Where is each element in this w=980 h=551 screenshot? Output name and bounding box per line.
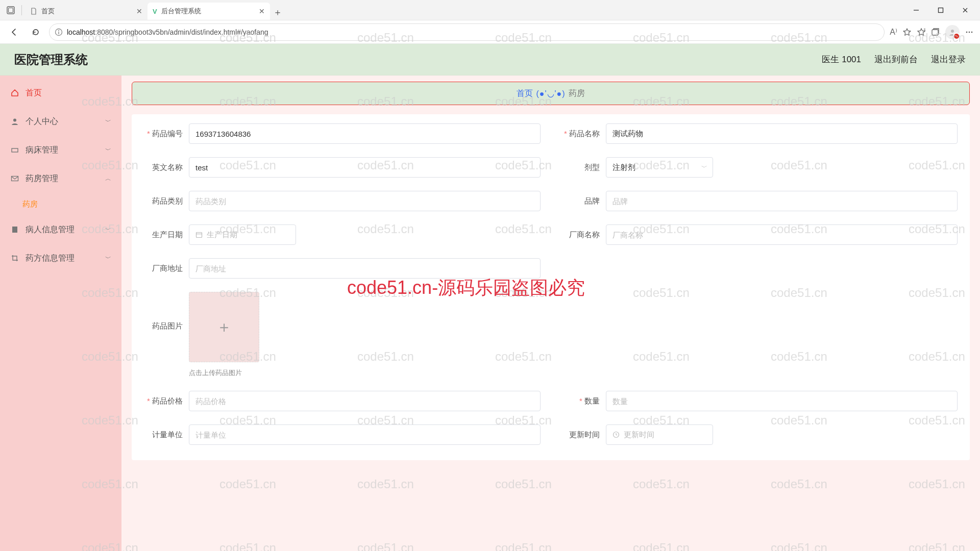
label-qty: 数量 [561,396,600,406]
profile-avatar[interactable] [945,25,960,39]
input-en-name[interactable] [189,157,541,178]
browser-addressbar: localhost:8080/springboot3v5bn/admin/dis… [0,20,980,44]
breadcrumb-home[interactable]: 首页 [517,88,533,99]
tab-home[interactable]: 首页 ✕ [25,3,148,20]
chevron-down-icon: ﹀ [105,146,111,155]
input-drug-name[interactable] [606,123,958,144]
breadcrumb: 首页 (●'◡'●) 药房 [132,82,970,105]
window-minimize[interactable] [904,2,928,18]
label-drug-name: 药品名称 [561,129,600,139]
svg-rect-1 [9,8,13,12]
svg-point-5 [58,30,59,31]
app-topbar: 医院管理系统 医生 1001 退出到前台 退出登录 [0,44,980,76]
upload-hint: 点击上传药品图片 [189,368,259,378]
label-image: 药品图片 [144,292,183,331]
date-update-time[interactable]: 更新时间 [606,424,713,445]
input-drug-no[interactable] [189,123,541,144]
sidebar-item-beds[interactable]: 病床管理 ﹀ [0,136,121,164]
sidebar-sub-label: 药房 [22,199,38,209]
svg-point-12 [969,31,970,33]
input-maker-name[interactable] [606,224,958,245]
svg-rect-9 [932,30,938,35]
tabs-overview-icon[interactable] [3,3,18,18]
chevron-up-icon: ︿ [105,174,111,183]
label-brand: 品牌 [561,196,600,206]
svg-rect-17 [12,227,17,233]
date-prod-placeholder: 生产日期 [207,230,237,240]
crop-icon [10,254,19,262]
sidebar-home[interactable]: 首页 [0,79,121,107]
input-maker-addr[interactable] [189,258,541,279]
url-text: localhost:8080/springboot3v5bn/admin/dis… [67,28,268,36]
collections-icon[interactable] [931,28,940,37]
mail-icon [10,174,19,183]
svg-rect-15 [12,148,18,152]
sidebar-item-label: 病床管理 [26,145,58,156]
site-info-icon[interactable] [55,28,63,36]
nav-back-button[interactable] [6,24,22,40]
main-content: 首页 (●'◡'●) 药房 药品编号 药品名称 [121,76,980,551]
close-icon[interactable]: ✕ [136,7,142,15]
label-maker-addr: 厂商地址 [144,264,183,273]
chevron-down-icon: ﹀ [701,163,707,172]
sidebar-item-patients[interactable]: 病人信息管理 ﹀ [0,215,121,244]
svg-point-13 [971,31,973,33]
sidebar: 首页 个人中心 ﹀ 病床管理 ﹀ 药房管理 ︿ 药房 病人信 [0,76,121,551]
breadcrumb-face: (●'◡'●) [536,89,565,98]
svg-point-10 [951,30,954,33]
sidebar-item-label: 个人中心 [26,116,58,127]
breadcrumb-current: 药房 [569,88,585,99]
favorite-icon[interactable] [902,28,912,37]
logout-button[interactable]: 退出登录 [931,54,966,65]
date-prod-date[interactable]: 生产日期 [189,224,296,245]
sidebar-item-label: 病人信息管理 [26,224,75,235]
vue-icon: V [153,8,157,15]
menu-icon[interactable] [965,28,974,37]
nav-refresh-button[interactable] [28,24,44,40]
favorites-bar-icon[interactable] [917,28,926,37]
sidebar-item-label: 药方信息管理 [26,253,75,264]
chevron-down-icon: ﹀ [105,254,111,263]
sidebar-item-profile[interactable]: 个人中心 ﹀ [0,107,121,136]
page-icon [30,8,37,15]
chevron-down-icon: ﹀ [105,226,111,234]
svg-point-14 [13,119,16,122]
label-update-time: 更新时间 [561,430,600,440]
sidebar-item-pharmacy[interactable]: 药房管理 ︿ [0,164,121,193]
image-uploader[interactable]: ＋ [189,292,259,362]
window-close[interactable] [953,2,977,18]
current-user[interactable]: 医生 1001 [822,54,861,65]
input-unit[interactable] [189,424,541,445]
select-dosage[interactable]: 注射剂 ﹀ [606,157,713,178]
new-tab-button[interactable]: ＋ [270,5,285,20]
tab-home-label: 首页 [41,7,55,16]
sidebar-sub-pharmacy[interactable]: 药房 [0,193,121,215]
calendar-icon [195,231,203,238]
input-brand[interactable] [606,191,958,211]
home-icon [10,89,19,97]
sidebar-item-label: 药房管理 [26,173,58,184]
label-maker-name: 厂商名称 [561,230,600,240]
label-unit: 计量单位 [144,430,183,440]
plus-icon: ＋ [216,317,232,338]
input-price[interactable] [189,391,541,411]
select-dosage-value: 注射剂 [612,163,635,172]
read-aloud-icon[interactable]: A⁾ [890,27,897,37]
doc-icon [10,226,19,234]
label-drug-no: 药品编号 [144,129,183,139]
svg-rect-6 [58,32,59,34]
input-qty[interactable] [606,391,958,411]
label-category: 药品类别 [144,196,183,206]
url-field[interactable]: localhost:8080/springboot3v5bn/admin/dis… [49,23,885,41]
tab-admin-label: 后台管理系统 [161,7,201,16]
svg-rect-18 [197,233,202,238]
tab-admin[interactable]: V 后台管理系统 ✕ [148,3,270,20]
label-price: 药品价格 [144,396,183,406]
window-maximize[interactable] [929,2,952,18]
sidebar-item-prescriptions[interactable]: 药方信息管理 ﹀ [0,244,121,272]
input-category[interactable] [189,191,541,211]
close-icon[interactable]: ✕ [259,7,265,15]
go-front-button[interactable]: 退出到前台 [874,54,918,65]
browser-titlebar: 首页 ✕ V 后台管理系统 ✕ ＋ [0,0,980,20]
svg-rect-3 [939,8,943,12]
